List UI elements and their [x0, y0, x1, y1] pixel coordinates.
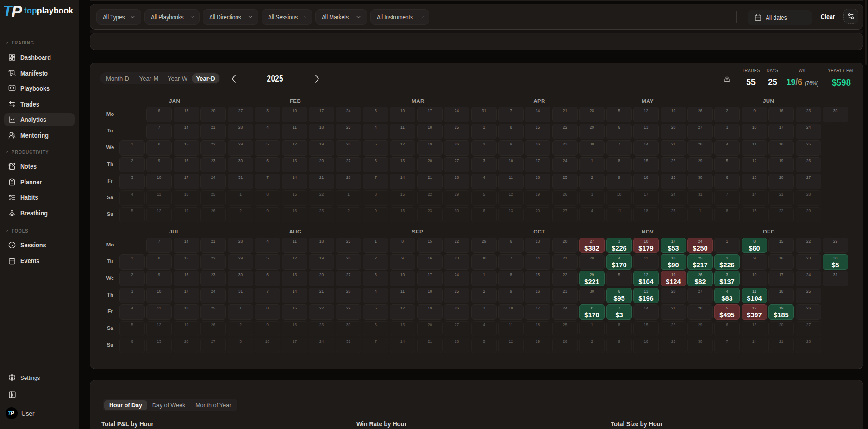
svg-text:T: T — [8, 410, 12, 416]
svg-text:T: T — [4, 3, 13, 19]
svg-text:P: P — [12, 3, 22, 19]
svg-text:P: P — [11, 410, 15, 416]
